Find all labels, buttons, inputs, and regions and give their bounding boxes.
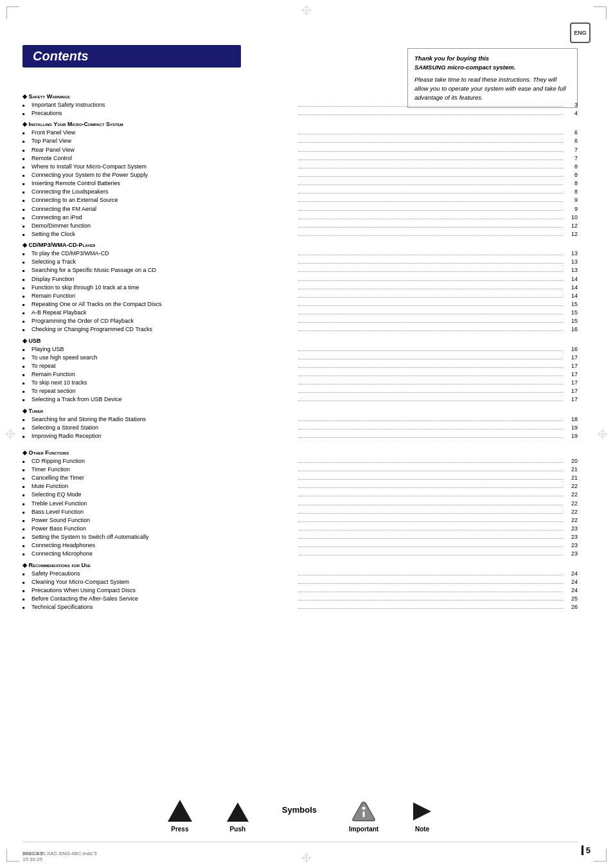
- toc-bullet: ■: [22, 527, 30, 532]
- toc-page-num: 22: [565, 500, 578, 507]
- toc-bullet: ■: [22, 277, 30, 282]
- toc-entry-text: Improving Radio Reception: [31, 432, 296, 440]
- toc-dots: [298, 555, 563, 556]
- toc-bullet: ■: [22, 467, 30, 473]
- toc-entry-text: Power Bass Function: [31, 525, 296, 532]
- toc-bullet: ■: [22, 311, 30, 316]
- toc-entry-text: Technical Specifications: [31, 603, 296, 611]
- toc-section-other: ◆ Other Functions■CD Ripping Function20■…: [22, 449, 578, 558]
- toc-page-num: 7: [565, 154, 578, 162]
- toc-section-cdplayer: ◆ CD/MP3/WMA-CD-Player■To play the CD/MP…: [22, 242, 578, 333]
- toc-bullet: ■: [22, 426, 30, 431]
- toc-entry: ■Setting the System to Switch off Automa…: [22, 533, 578, 541]
- toc-entry-text: Inserting Remote Control Batteries: [31, 179, 296, 187]
- toc-dots: [298, 420, 563, 421]
- toc-entry: ■Display Function14: [22, 275, 578, 283]
- toc-entry-text: Precautions When Using Compact Discs: [31, 586, 296, 594]
- toc-page-num: 7: [565, 146, 578, 154]
- toc-entry-text: Front Panel View: [31, 129, 296, 136]
- toc-page-num: 24: [565, 586, 578, 594]
- footer-right: 2010-9-2 15:30:25: [22, 851, 62, 862]
- toc-bullet: ■: [22, 364, 30, 369]
- toc-entry: ■Setting the Clock12: [22, 230, 578, 238]
- toc-bullet: ■: [22, 260, 30, 265]
- toc-dots: [298, 530, 563, 530]
- toc-bullet: ■: [22, 493, 30, 498]
- toc-entry-text: Important Safety Instructions: [31, 101, 296, 109]
- push-label: Push: [230, 826, 245, 833]
- toc-dots: [298, 297, 563, 298]
- toc-entry-text: Rear Panel View: [31, 146, 296, 154]
- toc-bullet: ■: [22, 476, 30, 481]
- toc-entry: ■Remain Function14: [22, 292, 578, 300]
- toc-bullet: ■: [22, 251, 30, 257]
- toc-dots: [298, 538, 563, 539]
- symbols-section: Press Push Symbols: [22, 799, 578, 833]
- toc-page-num: 20: [565, 457, 578, 465]
- toc-entry-text: CD Ripping Function: [31, 457, 296, 465]
- toc-entry: ■Connecting Headphones23: [22, 541, 578, 549]
- toc-dots: [298, 375, 563, 376]
- toc-page-num: 6: [565, 137, 578, 145]
- toc-entry: ■Connecting to an External Source9: [22, 196, 578, 204]
- toc-entry-text: Searching for a Specific Music Passage o…: [31, 266, 296, 274]
- toc-bullet: ■: [22, 347, 30, 352]
- toc-page-num: 23: [565, 533, 578, 541]
- section-header-usb: ◆ USB: [22, 338, 578, 344]
- crosshair-left: [5, 429, 15, 439]
- toc-bullet: ■: [22, 139, 30, 144]
- toc-entry-text: Checking or Changing Programmed CD Track…: [31, 325, 296, 333]
- push-icon: [226, 801, 250, 823]
- separator-line: [22, 842, 578, 842]
- toc-dots: [298, 429, 563, 429]
- toc-entry-text: Connecting to an External Source: [31, 196, 296, 204]
- toc-dots: [298, 471, 563, 471]
- toc-dots: [298, 521, 563, 522]
- toc-page-num: 19: [565, 424, 578, 431]
- toc-page-num: 13: [565, 266, 578, 274]
- toc-entry: ■Power Bass Function23: [22, 525, 578, 532]
- toc-bullet: ■: [22, 502, 30, 507]
- page-number-value: 5: [582, 845, 591, 855]
- toc-page-num: 22: [565, 516, 578, 524]
- toc-entry: ■Selecting a Stored Station19: [22, 424, 578, 431]
- toc-dots: [298, 547, 563, 547]
- toc-dots: [298, 496, 563, 496]
- toc-section-tuner: ◆ Tuner■Searching for and Storing the Ra…: [22, 408, 578, 446]
- toc-bullet: ■: [22, 605, 30, 610]
- toc-entry: ■Timer Function21: [22, 466, 578, 473]
- toc-dots: [298, 201, 563, 202]
- toc-bullet: ■: [22, 389, 30, 394]
- toc-section-installing: ◆ Installing Your Micro-Compact System■F…: [22, 121, 578, 238]
- toc-page-num: 16: [565, 325, 578, 333]
- toc-section-recommendations: ◆ Recommendations for Use■Safety Precaut…: [22, 562, 578, 611]
- toc-entry-text: A-B Repeat Playback: [31, 309, 296, 316]
- toc-entry-text: Function to skip through 10 track at a t…: [31, 284, 296, 291]
- toc-dots: [298, 142, 563, 143]
- toc-entry-text: To use high speed search: [31, 354, 296, 361]
- toc-page-num: 23: [565, 525, 578, 532]
- toc-bullet: ■: [22, 103, 30, 108]
- toc-entry-text: Timer Function: [31, 466, 296, 473]
- toc-area: ◆ Safety Warnings■Important Safety Instr…: [22, 93, 578, 784]
- toc-page-num: 6: [565, 129, 578, 136]
- toc-entry: ■Rear Panel View7: [22, 146, 578, 154]
- toc-dots: [298, 401, 563, 401]
- toc-entry-text: Selecting a Track from USB Device: [31, 395, 296, 403]
- toc-entry-text: Connecting an iPod: [31, 213, 296, 221]
- footer-info: MM-C450-XAC-ENG-MIC.indd 5 2010-9-2 15:3…: [22, 851, 97, 856]
- toc-entry-text: To repeat: [31, 362, 296, 370]
- toc-bullet: ■: [22, 232, 30, 237]
- section-header-text-usb: ◆ USB: [22, 338, 41, 344]
- toc-dots: [298, 359, 563, 359]
- toc-entry-text: Setting the System to Switch off Automat…: [31, 533, 296, 541]
- toc-page-num: 21: [565, 466, 578, 473]
- toc-entry: ■Improving Radio Reception19: [22, 432, 578, 440]
- svg-point-11: [600, 431, 606, 437]
- toc-page-num: 16: [565, 345, 578, 353]
- toc-entry-text: Power Sound Function: [31, 516, 296, 524]
- toc-bullet: ■: [22, 131, 30, 136]
- toc-entry-text: Selecting a Stored Station: [31, 424, 296, 431]
- toc-bullet: ■: [22, 207, 30, 212]
- toc-dots: [298, 151, 563, 152]
